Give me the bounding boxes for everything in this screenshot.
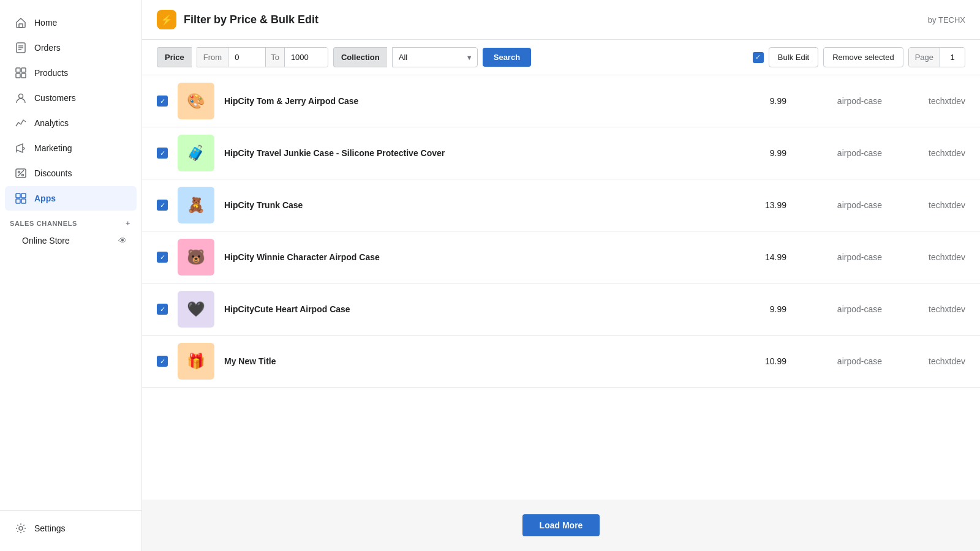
sidebar: Home Orders (0, 0, 142, 551)
row-checkbox[interactable] (157, 252, 168, 263)
product-collection: airpod-case (796, 96, 882, 106)
product-vendor: techxtdev (892, 356, 965, 366)
sidebar-item-apps[interactable]: Apps (5, 186, 137, 211)
app-title: Filter by Price & Bulk Edit (184, 13, 318, 26)
row-checkbox[interactable] (157, 200, 168, 211)
row-checkbox[interactable] (157, 304, 168, 315)
svg-point-9 (19, 94, 23, 99)
product-vendor: techxtdev (892, 252, 965, 262)
product-price: 9.99 (737, 304, 786, 314)
product-price: 14.99 (737, 252, 786, 262)
marketing-icon (15, 142, 27, 154)
settings-label: Settings (34, 523, 66, 533)
sidebar-item-orders[interactable]: Orders (5, 36, 137, 60)
product-vendor: techxtdev (892, 304, 965, 314)
product-thumbnail: 🐻 (178, 239, 214, 276)
sidebar-item-discounts[interactable]: Discounts (5, 161, 137, 186)
svg-rect-0 (19, 24, 23, 28)
app-header-left: ⚡ Filter by Price & Bulk Edit (157, 10, 318, 29)
load-more-section: Load More (142, 500, 980, 551)
load-more-button[interactable]: Load More (522, 514, 600, 536)
product-name: My New Title (224, 356, 728, 366)
product-name: HipCity Trunk Case (224, 200, 728, 210)
svg-rect-15 (16, 193, 20, 198)
sidebar-item-analytics[interactable]: Analytics (5, 111, 137, 135)
page-input[interactable] (940, 48, 965, 67)
sidebar-item-products-label: Products (34, 68, 68, 78)
search-button[interactable]: Search (483, 48, 531, 67)
svg-rect-16 (21, 193, 26, 198)
app-icon: ⚡ (157, 10, 176, 29)
sidebar-item-home[interactable]: Home (5, 10, 137, 35)
product-vendor: techxtdev (892, 200, 965, 210)
row-checkbox[interactable] (157, 148, 168, 159)
add-sales-channel-button[interactable]: ＋ (124, 219, 132, 228)
app-brand: by TECHX (928, 15, 965, 24)
svg-rect-18 (21, 199, 26, 203)
sidebar-item-apps-label: Apps (34, 193, 56, 203)
page-control: Page (908, 47, 965, 67)
product-collection: airpod-case (796, 252, 882, 262)
product-thumbnail: 🧳 (178, 135, 214, 171)
online-store-eye-icon: 👁 (118, 236, 127, 246)
product-vendor: techxtdev (892, 148, 965, 158)
discounts-icon (15, 167, 27, 179)
product-price: 10.99 (737, 356, 786, 366)
collection-select[interactable]: All airpod-case phone-case (392, 47, 478, 67)
products-list: 🎨 HipCity Tom & Jerry Airpod Case 9.99 a… (142, 75, 980, 500)
sidebar-item-online-store[interactable]: Online Store 👁 (5, 231, 137, 250)
product-vendor: techxtdev (892, 96, 965, 106)
product-name: HipCity Travel Junkie Case - Silicone Pr… (224, 148, 728, 158)
svg-rect-6 (21, 68, 26, 72)
product-name: HipCity Winnie Character Airpod Case (224, 252, 728, 262)
row-checkbox[interactable] (157, 356, 168, 367)
price-to-input[interactable] (285, 48, 328, 67)
svg-point-11 (18, 171, 20, 173)
sidebar-nav: Home Orders (0, 10, 141, 510)
product-thumbnail: 🖤 (178, 291, 214, 328)
product-thumbnail: 🎁 (178, 343, 214, 380)
product-thumbnail: 🧸 (178, 187, 214, 223)
sidebar-item-home-label: Home (34, 18, 57, 28)
product-collection: airpod-case (796, 356, 882, 366)
sales-channels-section: SALES CHANNELS ＋ (0, 211, 141, 230)
svg-rect-7 (16, 73, 20, 78)
product-price: 9.99 (737, 96, 786, 106)
svg-rect-5 (16, 68, 20, 72)
home-icon (15, 17, 27, 29)
filter-bar: Price From To Collection All airpod-case… (142, 40, 980, 75)
sidebar-item-marketing-label: Marketing (34, 143, 72, 153)
price-from-input[interactable] (228, 48, 265, 67)
settings-icon (15, 522, 27, 534)
sidebar-item-products[interactable]: Products (5, 61, 137, 85)
svg-rect-17 (16, 199, 20, 203)
sidebar-item-discounts-label: Discounts (34, 168, 72, 178)
product-name: HipCity Tom & Jerry Airpod Case (224, 96, 728, 106)
remove-selected-button[interactable]: Remove selected (823, 47, 903, 67)
sidebar-footer: Settings (0, 510, 141, 541)
app-header: ⚡ Filter by Price & Bulk Edit by TECHX (142, 0, 980, 40)
table-row: 🖤 HipCityCute Heart Airpod Case 9.99 air… (142, 283, 980, 335)
table-row: 🎨 HipCity Tom & Jerry Airpod Case 9.99 a… (142, 75, 980, 127)
customers-icon (15, 92, 27, 104)
table-row: 🐻 HipCity Winnie Character Airpod Case 1… (142, 231, 980, 283)
product-price: 13.99 (737, 200, 786, 210)
svg-rect-8 (21, 73, 26, 78)
table-row: 🧸 HipCity Trunk Case 13.99 airpod-case t… (142, 179, 980, 231)
row-checkbox[interactable] (157, 96, 168, 107)
product-name: HipCityCute Heart Airpod Case (224, 304, 728, 314)
svg-point-19 (19, 527, 23, 530)
product-price: 9.99 (737, 148, 786, 158)
orders-icon (15, 42, 27, 54)
select-all-checkbox[interactable] (753, 52, 764, 63)
sidebar-item-customers[interactable]: Customers (5, 86, 137, 110)
sidebar-item-settings[interactable]: Settings (5, 516, 137, 541)
products-icon (15, 67, 27, 79)
bulk-edit-button[interactable]: Bulk Edit (769, 47, 818, 67)
apps-icon (15, 192, 27, 204)
sidebar-item-marketing[interactable]: Marketing (5, 136, 137, 160)
product-collection: airpod-case (796, 200, 882, 210)
table-row: 🎁 My New Title 10.99 airpod-case techxtd… (142, 335, 980, 388)
online-store-label: Online Store (22, 236, 70, 246)
from-label: From (197, 48, 228, 67)
